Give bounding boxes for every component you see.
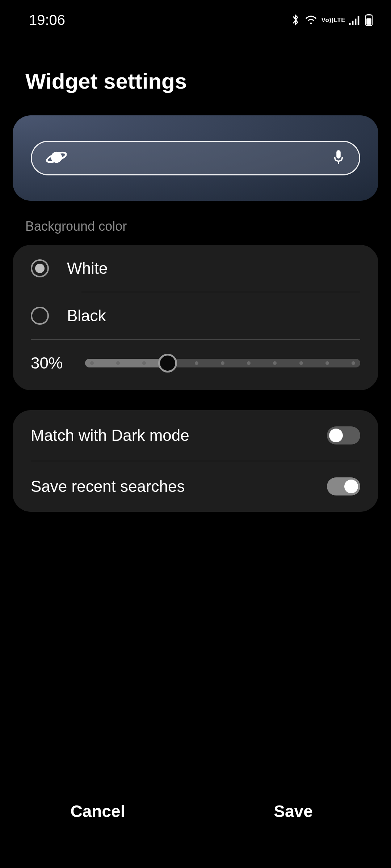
radio-white-label: White [67, 259, 108, 277]
slider-thumb[interactable] [158, 354, 177, 373]
page-title: Widget settings [0, 33, 391, 115]
recent-searches-label: Save recent searches [31, 477, 185, 495]
background-color-label: Background color [0, 201, 391, 245]
signal-icon [349, 14, 361, 25]
background-color-card: White Black 30% [13, 245, 378, 390]
microphone-icon [332, 149, 345, 167]
switches-card: Match with Dark mode Save recent searche… [13, 410, 378, 512]
opacity-slider[interactable] [85, 359, 360, 367]
dark-mode-label: Match with Dark mode [31, 426, 189, 444]
radio-black-label: Black [67, 307, 106, 325]
svg-rect-0 [349, 23, 351, 25]
opacity-value: 30% [31, 354, 71, 372]
radio-option-white[interactable]: White [13, 245, 378, 292]
svg-rect-9 [336, 150, 341, 158]
radio-black-indicator [31, 307, 49, 325]
planet-icon [46, 147, 67, 169]
radio-option-black[interactable]: Black [13, 292, 378, 339]
svg-rect-2 [355, 19, 357, 25]
battery-icon [365, 14, 373, 26]
recent-searches-row[interactable]: Save recent searches [13, 461, 378, 512]
status-icons: Vo)) LTE [290, 13, 373, 27]
cancel-button[interactable]: Cancel [0, 791, 196, 832]
opacity-slider-row: 30% [13, 340, 378, 390]
network-type: Vo)) LTE [321, 17, 345, 23]
svg-rect-3 [358, 16, 360, 25]
radio-white-indicator [31, 259, 49, 277]
svg-rect-6 [366, 18, 371, 25]
bluetooth-icon [290, 13, 300, 27]
search-bar-preview [31, 141, 360, 175]
status-time: 19:06 [29, 12, 65, 28]
bottom-bar: Cancel Save [0, 791, 391, 832]
dark-mode-toggle[interactable] [327, 426, 360, 444]
svg-rect-1 [352, 21, 354, 25]
dark-mode-row[interactable]: Match with Dark mode [13, 410, 378, 461]
save-button[interactable]: Save [196, 791, 391, 832]
wifi-icon [304, 14, 318, 25]
status-bar: 19:06 Vo)) LTE [0, 0, 391, 33]
slider-fill [85, 359, 168, 367]
recent-searches-toggle[interactable] [327, 477, 360, 495]
widget-preview [13, 115, 378, 201]
